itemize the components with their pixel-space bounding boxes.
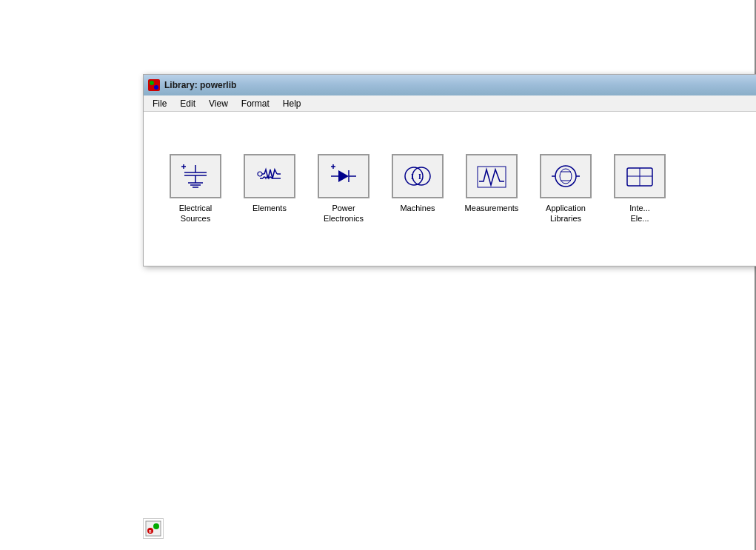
taskbar-icon[interactable]: R xyxy=(143,518,164,539)
svg-marker-15 xyxy=(338,170,349,182)
svg-text:R: R xyxy=(149,529,152,534)
svg-point-9 xyxy=(258,172,262,176)
interface-elements-label: Inte...Ele... xyxy=(629,203,650,224)
power-electronics-icon xyxy=(318,154,369,198)
library-item-electrical-sources[interactable]: ElectricalSources xyxy=(166,154,225,224)
library-item-application-libraries[interactable]: ApplicationLibraries xyxy=(536,154,595,224)
library-item-elements[interactable]: Elements xyxy=(240,154,299,213)
window-title: Library: powerlib xyxy=(164,80,752,90)
menu-format[interactable]: Format xyxy=(235,97,275,110)
title-bar: Library: powerlib xyxy=(144,75,756,95)
interface-elements-icon xyxy=(614,154,666,198)
library-item-interface-elements[interactable]: Inte...Ele... xyxy=(610,154,669,224)
library-grid: ElectricalSources xyxy=(166,154,669,224)
taskbar-icon-inner: R xyxy=(143,518,164,539)
elements-icon xyxy=(244,154,295,198)
electrical-sources-icon xyxy=(170,154,221,198)
library-item-machines[interactable]: I I Machines xyxy=(388,154,447,213)
svg-rect-34 xyxy=(146,521,161,536)
main-window: Library: powerlib File Edit View Format … xyxy=(143,74,756,266)
svg-point-36 xyxy=(153,523,159,529)
menu-file[interactable]: File xyxy=(147,97,173,110)
machines-label: Machines xyxy=(400,203,435,213)
svg-point-21 xyxy=(412,167,430,185)
application-libraries-icon xyxy=(540,154,592,198)
desktop: Library: powerlib File Edit View Format … xyxy=(0,0,756,550)
electrical-sources-label: ElectricalSources xyxy=(179,203,213,224)
menu-view[interactable]: View xyxy=(203,97,234,110)
menu-edit[interactable]: Edit xyxy=(174,97,201,110)
svg-text:I: I xyxy=(418,172,421,181)
measurements-label: Measurements xyxy=(465,203,519,213)
library-item-measurements[interactable]: Measurements xyxy=(462,154,521,213)
content-area: ElectricalSources xyxy=(144,112,756,266)
application-libraries-label: ApplicationLibraries xyxy=(546,203,586,224)
measurements-icon xyxy=(466,154,518,198)
svg-text:I: I xyxy=(411,172,414,181)
machines-icon: I I xyxy=(392,154,444,198)
elements-label: Elements xyxy=(252,203,287,213)
menu-help[interactable]: Help xyxy=(277,97,307,110)
power-electronics-label: PowerElectronics xyxy=(324,203,364,224)
window-icon xyxy=(148,79,160,91)
svg-point-26 xyxy=(560,169,572,184)
library-item-power-electronics[interactable]: PowerElectronics xyxy=(314,154,373,224)
menu-bar: File Edit View Format Help xyxy=(144,95,756,112)
